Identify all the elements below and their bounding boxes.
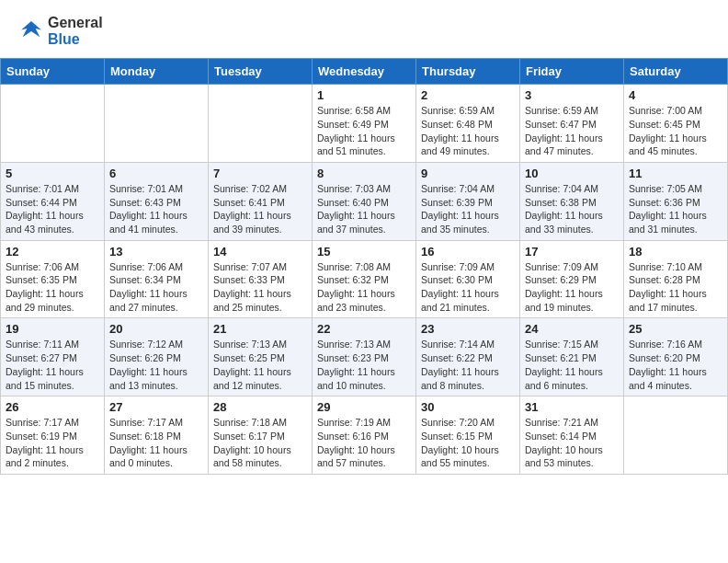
calendar-cell: 3Sunrise: 6:59 AMSunset: 6:47 PMDaylight… — [520, 85, 624, 163]
calendar-cell — [624, 396, 728, 475]
day-number: 10 — [525, 167, 619, 180]
calendar-cell — [1, 85, 105, 163]
day-info: Sunrise: 7:00 AMSunset: 6:45 PMDaylight:… — [629, 104, 722, 158]
header-saturday: Saturday — [624, 59, 728, 85]
calendar-cell: 2Sunrise: 6:59 AMSunset: 6:48 PMDaylight… — [416, 85, 520, 163]
day-number: 25 — [629, 322, 722, 336]
day-info: Sunrise: 7:11 AMSunset: 6:27 PMDaylight:… — [6, 338, 99, 392]
day-info: Sunrise: 7:10 AMSunset: 6:28 PMDaylight:… — [629, 260, 722, 315]
calendar-cell: 30Sunrise: 7:20 AMSunset: 6:15 PMDayligh… — [416, 396, 520, 475]
calendar-row: 26Sunrise: 7:17 AMSunset: 6:19 PMDayligh… — [1, 396, 728, 475]
header-friday: Friday — [520, 59, 624, 85]
calendar-cell: 13Sunrise: 7:06 AMSunset: 6:34 PMDayligh… — [105, 240, 209, 318]
day-number: 20 — [109, 322, 203, 336]
calendar-cell: 22Sunrise: 7:13 AMSunset: 6:23 PMDayligh… — [313, 318, 416, 396]
calendar-header-row: Sunday Monday Tuesday Wednesday Thursday… — [1, 59, 728, 85]
day-info: Sunrise: 7:17 AMSunset: 6:18 PMDaylight:… — [109, 416, 203, 470]
calendar-cell: 8Sunrise: 7:03 AMSunset: 6:40 PMDaylight… — [313, 162, 416, 240]
day-number: 9 — [421, 167, 515, 180]
day-info: Sunrise: 7:13 AMSunset: 6:23 PMDaylight:… — [317, 338, 411, 392]
calendar-cell: 11Sunrise: 7:05 AMSunset: 6:36 PMDayligh… — [624, 162, 728, 240]
svg-marker-0 — [21, 21, 41, 37]
calendar-cell: 14Sunrise: 7:07 AMSunset: 6:33 PMDayligh… — [209, 240, 313, 318]
day-info: Sunrise: 6:59 AMSunset: 6:48 PMDaylight:… — [421, 104, 515, 158]
day-info: Sunrise: 7:04 AMSunset: 6:38 PMDaylight:… — [525, 182, 619, 236]
calendar-table: Sunday Monday Tuesday Wednesday Thursday… — [0, 58, 728, 475]
day-info: Sunrise: 7:06 AMSunset: 6:34 PMDaylight:… — [109, 260, 203, 315]
calendar-cell: 12Sunrise: 7:06 AMSunset: 6:35 PMDayligh… — [1, 240, 105, 318]
day-info: Sunrise: 7:19 AMSunset: 6:16 PMDaylight:… — [317, 416, 411, 470]
calendar-row: 5Sunrise: 7:01 AMSunset: 6:44 PMDaylight… — [1, 162, 728, 240]
day-number: 19 — [6, 322, 99, 336]
day-number: 4 — [629, 88, 722, 102]
calendar-cell: 18Sunrise: 7:10 AMSunset: 6:28 PMDayligh… — [624, 240, 728, 318]
day-number: 23 — [421, 322, 515, 336]
day-number: 30 — [421, 400, 515, 414]
day-number: 26 — [6, 400, 99, 414]
calendar-cell: 26Sunrise: 7:17 AMSunset: 6:19 PMDayligh… — [1, 396, 105, 475]
day-number: 27 — [109, 400, 203, 414]
day-info: Sunrise: 7:01 AMSunset: 6:44 PMDaylight:… — [6, 182, 99, 236]
day-number: 1 — [317, 88, 411, 102]
calendar-cell: 15Sunrise: 7:08 AMSunset: 6:32 PMDayligh… — [313, 240, 416, 318]
calendar-cell: 16Sunrise: 7:09 AMSunset: 6:30 PMDayligh… — [416, 240, 520, 318]
calendar-cell: 17Sunrise: 7:09 AMSunset: 6:29 PMDayligh… — [520, 240, 624, 318]
day-number: 7 — [213, 167, 307, 180]
day-number: 6 — [109, 167, 203, 180]
header-tuesday: Tuesday — [209, 59, 313, 85]
day-number: 21 — [213, 322, 307, 336]
calendar-cell: 10Sunrise: 7:04 AMSunset: 6:38 PMDayligh… — [520, 162, 624, 240]
day-info: Sunrise: 7:02 AMSunset: 6:41 PMDaylight:… — [213, 182, 307, 236]
day-number: 24 — [525, 322, 619, 336]
calendar-row: 19Sunrise: 7:11 AMSunset: 6:27 PMDayligh… — [1, 318, 728, 396]
logo-icon — [18, 18, 44, 44]
calendar-body: 1Sunrise: 6:58 AMSunset: 6:49 PMDaylight… — [1, 85, 728, 475]
day-info: Sunrise: 7:12 AMSunset: 6:26 PMDaylight:… — [109, 338, 203, 392]
header-sunday: Sunday — [1, 59, 105, 85]
day-info: Sunrise: 7:07 AMSunset: 6:33 PMDaylight:… — [213, 260, 307, 315]
day-number: 12 — [6, 245, 99, 259]
day-number: 31 — [525, 400, 619, 414]
calendar-cell — [209, 85, 313, 163]
calendar-cell: 19Sunrise: 7:11 AMSunset: 6:27 PMDayligh… — [1, 318, 105, 396]
day-number: 14 — [213, 245, 307, 259]
day-info: Sunrise: 6:59 AMSunset: 6:47 PMDaylight:… — [525, 104, 619, 158]
day-number: 17 — [525, 245, 619, 259]
calendar-cell: 29Sunrise: 7:19 AMSunset: 6:16 PMDayligh… — [313, 396, 416, 475]
day-number: 8 — [317, 167, 411, 180]
day-number: 16 — [421, 245, 515, 259]
day-info: Sunrise: 7:17 AMSunset: 6:19 PMDaylight:… — [6, 416, 99, 470]
day-number: 29 — [317, 400, 411, 414]
calendar-cell: 5Sunrise: 7:01 AMSunset: 6:44 PMDaylight… — [1, 162, 105, 240]
calendar-cell: 21Sunrise: 7:13 AMSunset: 6:25 PMDayligh… — [209, 318, 313, 396]
day-number: 18 — [629, 245, 722, 259]
calendar-row: 1Sunrise: 6:58 AMSunset: 6:49 PMDaylight… — [1, 85, 728, 163]
day-info: Sunrise: 7:05 AMSunset: 6:36 PMDaylight:… — [629, 182, 722, 236]
page-header: General Blue — [0, 0, 728, 51]
calendar-cell: 23Sunrise: 7:14 AMSunset: 6:22 PMDayligh… — [416, 318, 520, 396]
day-info: Sunrise: 7:04 AMSunset: 6:39 PMDaylight:… — [421, 182, 515, 236]
calendar-cell: 31Sunrise: 7:21 AMSunset: 6:14 PMDayligh… — [520, 396, 624, 475]
day-info: Sunrise: 7:20 AMSunset: 6:15 PMDaylight:… — [421, 416, 515, 470]
calendar-cell: 1Sunrise: 6:58 AMSunset: 6:49 PMDaylight… — [313, 85, 416, 163]
day-number: 11 — [629, 167, 722, 180]
day-number: 22 — [317, 322, 411, 336]
calendar-cell: 24Sunrise: 7:15 AMSunset: 6:21 PMDayligh… — [520, 318, 624, 396]
calendar-cell — [105, 85, 209, 163]
day-number: 13 — [109, 245, 203, 259]
day-info: Sunrise: 7:08 AMSunset: 6:32 PMDaylight:… — [317, 260, 411, 315]
day-info: Sunrise: 7:03 AMSunset: 6:40 PMDaylight:… — [317, 182, 411, 236]
logo: General Blue — [18, 15, 103, 47]
day-info: Sunrise: 7:16 AMSunset: 6:20 PMDaylight:… — [629, 338, 722, 392]
day-number: 28 — [213, 400, 307, 414]
day-info: Sunrise: 7:15 AMSunset: 6:21 PMDaylight:… — [525, 338, 619, 392]
header-wednesday: Wednesday — [313, 59, 416, 85]
calendar-cell: 4Sunrise: 7:00 AMSunset: 6:45 PMDaylight… — [624, 85, 728, 163]
calendar-row: 12Sunrise: 7:06 AMSunset: 6:35 PMDayligh… — [1, 240, 728, 318]
day-info: Sunrise: 7:09 AMSunset: 6:29 PMDaylight:… — [525, 260, 619, 315]
calendar-cell: 6Sunrise: 7:01 AMSunset: 6:43 PMDaylight… — [105, 162, 209, 240]
calendar-cell: 9Sunrise: 7:04 AMSunset: 6:39 PMDaylight… — [416, 162, 520, 240]
day-info: Sunrise: 7:14 AMSunset: 6:22 PMDaylight:… — [421, 338, 515, 392]
day-info: Sunrise: 7:09 AMSunset: 6:30 PMDaylight:… — [421, 260, 515, 315]
day-number: 15 — [317, 245, 411, 259]
